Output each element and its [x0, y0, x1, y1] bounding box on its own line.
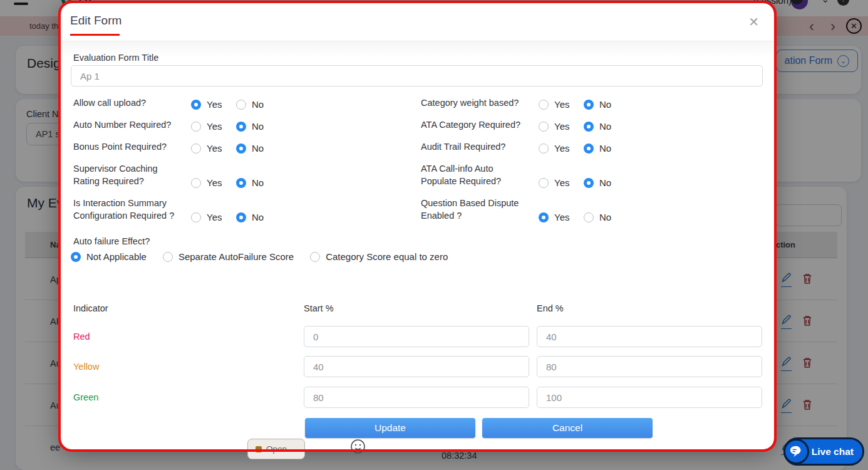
no-label: No	[599, 212, 611, 222]
radio-icon[interactable]	[539, 144, 549, 154]
yellow-start-input[interactable]: 40	[304, 356, 529, 377]
radio-option-no[interactable]: No	[236, 121, 281, 132]
auto-failure-options: Not Applicable Separate AutoFailure Scor…	[71, 251, 448, 262]
radio-option-no[interactable]: No	[584, 212, 629, 222]
radio-icon[interactable]	[236, 144, 246, 154]
radio-icon[interactable]	[191, 144, 201, 154]
chat-bubble-icon	[783, 439, 809, 464]
yes-label: Yes	[554, 121, 569, 132]
no-label: No	[599, 177, 611, 188]
radio-option-no[interactable]: No	[236, 99, 281, 110]
red-start-input[interactable]: 0	[304, 326, 529, 347]
radio-option-not-applicable[interactable]: Not Applicable	[71, 251, 147, 262]
radio-icon[interactable]	[236, 122, 246, 132]
question-label: ATA Call-info Auto Populate Required?	[421, 162, 539, 188]
no-label: No	[599, 143, 611, 154]
radio-icon[interactable]	[584, 178, 594, 188]
yes-label: Yes	[554, 99, 569, 110]
question-label: Audit Trail Required?	[421, 140, 539, 154]
status-value: Open	[266, 444, 287, 454]
radio-icon[interactable]	[539, 178, 549, 188]
question-row: Auto Number Required? Yes No	[73, 115, 281, 132]
question-row: Bonus Point Required? Yes No	[73, 137, 281, 154]
radio-option-yes[interactable]: Yes	[539, 121, 584, 132]
question-row: ATA Category Required? Yes No	[421, 115, 629, 132]
radio-option-no[interactable]: No	[584, 121, 629, 132]
radio-option-category-score-zero[interactable]: Category Score equal to zero	[310, 251, 448, 262]
radio-icon[interactable]	[236, 178, 246, 188]
yellow-end-input[interactable]: 80	[537, 356, 762, 377]
question-row: Supervisor Coaching Rating Required? Yes…	[73, 159, 281, 188]
body-shade	[61, 41, 773, 58]
radio-icon[interactable]	[310, 252, 320, 262]
live-chat-button[interactable]: Live chat	[783, 437, 864, 466]
radio-icon[interactable]	[236, 212, 246, 222]
radio-option-no[interactable]: No	[236, 177, 281, 188]
radio-option-no[interactable]: No	[236, 212, 281, 222]
modal-close-icon[interactable]: ✕	[748, 14, 759, 29]
radio-option-separate-autofailure[interactable]: Separate AutoFailure Score	[163, 251, 294, 262]
radio-icon[interactable]	[71, 252, 81, 262]
evaluation-form-title-input[interactable]: Ap 1	[71, 65, 763, 86]
radio-icon[interactable]	[163, 252, 173, 262]
radio-option-yes[interactable]: Yes	[191, 212, 236, 222]
radio-icon[interactable]	[191, 212, 201, 222]
no-label: No	[252, 121, 264, 132]
question-row: Category weight based? Yes No	[421, 93, 629, 110]
start-percent-header: Start %	[304, 303, 334, 313]
question-label: Category weight based?	[421, 97, 539, 110]
radio-icon[interactable]	[236, 100, 246, 110]
radio-option-yes[interactable]: Yes	[539, 99, 584, 110]
title-underline	[70, 34, 120, 36]
indicator-column-header: Indicator	[73, 303, 108, 313]
radio-option-yes[interactable]: Yes	[191, 99, 236, 110]
no-label: No	[252, 143, 264, 154]
radio-option-yes[interactable]: Yes	[539, 212, 584, 222]
radio-icon[interactable]	[539, 212, 549, 222]
radio-icon[interactable]	[584, 100, 594, 110]
radio-option-yes[interactable]: Yes	[191, 143, 236, 154]
radio-option-yes[interactable]: Yes	[539, 177, 584, 188]
radio-option-no[interactable]: No	[584, 143, 629, 154]
radio-icon[interactable]	[539, 100, 549, 110]
yes-label: Yes	[207, 177, 222, 188]
option-label: Separate AutoFailure Score	[178, 251, 294, 262]
question-label: ATA Category Required?	[421, 118, 539, 132]
question-label: Allow call upload?	[73, 97, 191, 110]
yes-label: Yes	[207, 212, 222, 222]
radio-option-no[interactable]: No	[236, 143, 281, 154]
live-chat-label: Live chat	[812, 446, 854, 457]
radio-option-no[interactable]: No	[584, 177, 629, 188]
radio-icon[interactable]	[584, 144, 594, 154]
question-row: Question Based Dispute Enabled ? Yes No	[421, 193, 629, 222]
yes-label: Yes	[554, 212, 569, 222]
radio-option-yes[interactable]: Yes	[191, 177, 236, 188]
status-dropdown[interactable]: Open ⌄	[247, 439, 305, 459]
question-label: Bonus Point Required?	[73, 140, 191, 154]
cancel-button[interactable]: Cancel	[482, 418, 653, 438]
question-label: Supervisor Coaching Rating Required?	[73, 162, 191, 188]
green-start-input[interactable]: 80	[304, 387, 529, 408]
question-label: Auto Number Required?	[73, 118, 191, 132]
end-percent-header: End %	[537, 303, 564, 313]
yes-label: Yes	[207, 99, 222, 110]
emoji-icon[interactable]	[350, 439, 366, 457]
radio-icon[interactable]	[191, 100, 201, 110]
update-button[interactable]: Update	[305, 418, 475, 438]
radio-icon[interactable]	[584, 212, 594, 222]
question-label: Question Based Dispute Enabled ?	[421, 197, 539, 222]
green-end-input[interactable]: 100	[537, 387, 762, 408]
question-column-left: Allow call upload? Yes No Auto Number Re…	[73, 93, 281, 227]
modal-title: Edit Form	[70, 14, 121, 28]
question-row: Audit Trail Required? Yes No	[421, 137, 629, 154]
yes-label: Yes	[207, 143, 222, 154]
radio-icon[interactable]	[191, 122, 201, 132]
radio-option-no[interactable]: No	[584, 99, 629, 110]
radio-icon[interactable]	[191, 178, 201, 188]
radio-icon[interactable]	[539, 122, 549, 132]
radio-icon[interactable]	[584, 122, 594, 132]
radio-option-yes[interactable]: Yes	[191, 121, 236, 132]
radio-option-yes[interactable]: Yes	[539, 143, 584, 154]
no-label: No	[252, 177, 264, 188]
red-end-input[interactable]: 40	[537, 326, 762, 347]
